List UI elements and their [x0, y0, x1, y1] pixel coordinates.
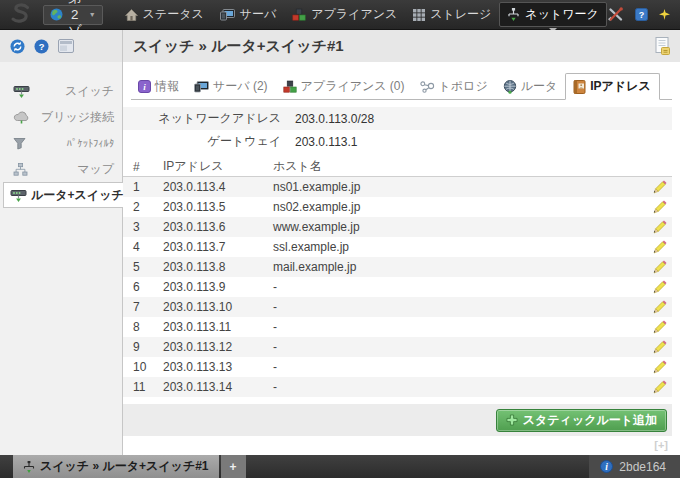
sidebar-divider: [122, 30, 123, 455]
ip-address: 203.0.113.13: [163, 360, 273, 374]
topnav-item-3[interactable]: アプライアンス: [284, 2, 405, 27]
statusbar-tab-current[interactable]: スイッチ » ルータ+スイッチ#1: [13, 455, 219, 478]
pencil-icon: [652, 300, 667, 315]
refresh-icon[interactable]: [10, 39, 25, 54]
main-panel: i情報サーバ (2)アプライアンス (0)トポロジルータIPアドレス ネットワー…: [123, 62, 680, 455]
ip-address: 203.0.113.6: [163, 220, 273, 234]
ip-address: 203.0.113.8: [163, 260, 273, 274]
zone-selector[interactable]: 石狩第2ゾーン ▼: [43, 5, 103, 25]
sparkle-icon[interactable]: [659, 9, 670, 20]
help-circle-icon[interactable]: ?: [34, 39, 49, 54]
switch-icon: [13, 84, 30, 98]
edit-ip-button[interactable]: [646, 200, 672, 215]
appliance-icon: [283, 80, 297, 93]
edit-ip-button[interactable]: [646, 340, 672, 355]
detail-row: ネットワークアドレス203.0.113.0/28: [123, 107, 672, 130]
pencil-icon: [652, 340, 667, 355]
edit-ip-button[interactable]: [646, 220, 672, 235]
table-body: 1203.0.113.4ns01.example.jp2203.0.113.5n…: [123, 177, 672, 397]
journal-log-icon[interactable]: [654, 37, 670, 55]
host-name: -: [273, 320, 646, 334]
pencil-icon: [652, 380, 667, 395]
topnav-label: アプライアンス: [311, 6, 397, 23]
edit-ip-button[interactable]: [646, 240, 672, 255]
edit-ip-button[interactable]: [646, 300, 672, 315]
sidebar-item-1[interactable]: スイッチ: [0, 78, 122, 104]
table-row: 11203.0.113.14-: [123, 377, 672, 397]
topnav-item-4[interactable]: ストレージ: [405, 2, 499, 27]
version-info[interactable]: i 2bde164: [589, 455, 680, 478]
table-row: 5203.0.113.8mail.example.jp: [123, 257, 672, 277]
sidebar: スイッチブリッジ接続ﾊﾟｹｯﾄﾌｨﾙﾀマップルータ+スイッチ: [0, 62, 122, 455]
host-name: -: [273, 300, 646, 314]
chevron-down-icon: ▼: [89, 11, 96, 18]
tab-label: 情報: [155, 78, 179, 95]
page-title: スイッチ » ルータ+スイッチ#1: [133, 37, 654, 56]
sidebar-item-5[interactable]: ルータ+スイッチ: [3, 182, 123, 208]
detail-value: 203.0.113.1: [295, 135, 358, 149]
row-number: 10: [123, 360, 163, 374]
window-layout-icon[interactable]: [58, 39, 74, 53]
pencil-icon: [652, 240, 667, 255]
table-row: 3203.0.113.6www.example.jp: [123, 217, 672, 237]
host-name: ns02.example.jp: [273, 200, 646, 214]
host-name: ssl.example.jp: [273, 240, 646, 254]
edit-ip-button[interactable]: [646, 280, 672, 295]
tab-bar: i情報サーバ (2)アプライアンス (0)トポロジルータIPアドレス: [131, 75, 672, 100]
tab-3[interactable]: アプライアンス (0): [276, 74, 413, 99]
tools-icon[interactable]: [607, 7, 624, 22]
top-navigation: ステータスサーバアプライアンスストレージネットワーク: [117, 2, 607, 27]
row-number: 2: [123, 200, 163, 214]
edit-ip-button[interactable]: [646, 180, 672, 195]
table-row: 8203.0.113.11-: [123, 317, 672, 337]
info-tab-icon: i: [138, 80, 151, 93]
sidebar-item-3[interactable]: ﾊﾟｹｯﾄﾌｨﾙﾀ: [0, 130, 122, 156]
sidebar-items: スイッチブリッジ接続ﾊﾟｹｯﾄﾌｨﾙﾀマップルータ+スイッチ: [0, 62, 122, 208]
sakura-cloud-logo-icon[interactable]: [7, 2, 35, 27]
detail-label: ゲートウェイ: [123, 133, 281, 150]
pencil-icon: [652, 260, 667, 275]
server-icon: [194, 81, 209, 93]
network-mini-icon: [23, 461, 35, 473]
topnav-item-5[interactable]: ネットワーク: [499, 2, 606, 27]
edit-ip-button[interactable]: [646, 320, 672, 335]
detail-value: 203.0.113.0/28: [295, 112, 374, 126]
tab-1[interactable]: i情報: [131, 74, 187, 99]
addressbook-icon: [573, 80, 586, 94]
svg-text:i: i: [605, 462, 608, 472]
table-row: 7203.0.113.10-: [123, 297, 672, 317]
topnav-item-2[interactable]: サーバ: [212, 2, 285, 27]
svg-text:?: ?: [39, 42, 45, 52]
tab-4[interactable]: トポロジ: [413, 74, 496, 99]
edit-ip-button[interactable]: [646, 260, 672, 275]
pencil-icon: [652, 360, 667, 375]
help-badge-icon[interactable]: ?: [635, 8, 648, 21]
table-row: 2203.0.113.5ns02.example.jp: [123, 197, 672, 217]
home-icon: [125, 9, 138, 21]
appliance-icon: [292, 8, 306, 21]
table-header: #IPアドレスホスト名: [123, 157, 672, 177]
pencil-icon: [652, 180, 667, 195]
sidebar-item-4[interactable]: マップ: [0, 156, 122, 182]
row-number: 3: [123, 220, 163, 234]
tab-6[interactable]: IPアドレス: [565, 73, 659, 100]
topnav-label: ストレージ: [430, 6, 491, 23]
edit-ip-button[interactable]: [646, 380, 672, 395]
switch-icon: [10, 188, 27, 202]
new-tab-button[interactable]: +: [221, 455, 246, 478]
topnav-item-1[interactable]: ステータス: [117, 2, 212, 27]
statusbar-tab-label: スイッチ » ルータ+スイッチ#1: [40, 458, 209, 475]
tab-2[interactable]: サーバ (2): [187, 74, 276, 99]
sidebar-item-label: ブリッジ接続: [41, 109, 114, 126]
host-name: -: [273, 340, 646, 354]
sidebar-item-2[interactable]: ブリッジ接続: [0, 104, 122, 130]
pencil-icon: [652, 280, 667, 295]
ip-address: 203.0.113.4: [163, 180, 273, 194]
add-static-route-button[interactable]: スタティックルート追加: [496, 409, 667, 432]
tab-5[interactable]: ルータ: [496, 74, 566, 99]
expand-handle[interactable]: [+]: [654, 439, 668, 451]
edit-ip-button[interactable]: [646, 360, 672, 375]
topnav-label: ネットワーク: [525, 6, 598, 23]
pencil-icon: [652, 200, 667, 215]
filter-icon: [13, 137, 26, 150]
